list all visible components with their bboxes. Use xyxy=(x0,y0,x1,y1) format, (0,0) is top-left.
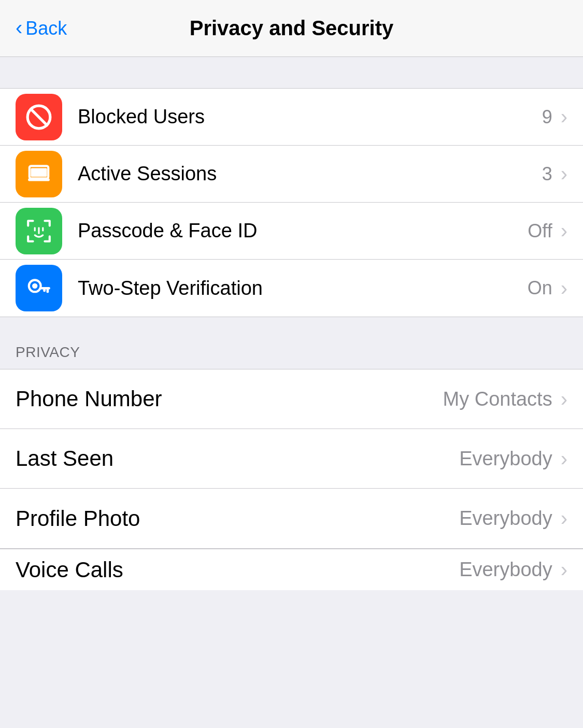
voice-calls-chevron: › xyxy=(561,558,567,581)
phone-number-value: My Contacts xyxy=(443,388,552,410)
last-seen-label: Last Seen xyxy=(16,446,459,471)
passcode-face-id-row[interactable]: Passcode & Face ID Off › xyxy=(0,203,583,260)
passcode-chevron: › xyxy=(561,219,567,242)
blocked-users-chevron: › xyxy=(561,105,567,129)
two-step-icon-container xyxy=(16,265,62,311)
profile-photo-row[interactable]: Profile Photo Everybody › xyxy=(0,489,583,548)
last-seen-value: Everybody xyxy=(459,448,552,470)
voice-calls-label: Voice Calls xyxy=(16,558,459,582)
profile-photo-chevron: › xyxy=(561,507,567,530)
blocked-users-icon-container xyxy=(16,94,62,140)
svg-rect-3 xyxy=(28,178,50,181)
back-button[interactable]: ‹ Back xyxy=(16,18,67,39)
active-sessions-row[interactable]: Active Sessions 3 › xyxy=(0,146,583,203)
phone-number-row[interactable]: Phone Number My Contacts › xyxy=(0,369,583,429)
active-sessions-chevron: › xyxy=(561,162,567,185)
two-step-verification-row[interactable]: Two-Step Verification On › xyxy=(0,260,583,317)
top-spacer xyxy=(0,57,583,88)
passcode-label: Passcode & Face ID xyxy=(78,220,528,242)
active-sessions-value: 3 xyxy=(542,163,552,185)
privacy-header-label: PRIVACY xyxy=(16,344,80,361)
navigation-bar: ‹ Back Privacy and Security xyxy=(0,0,583,57)
security-settings-group: Blocked Users 9 › Active Sessions 3 › xyxy=(0,88,583,317)
privacy-section-header: PRIVACY xyxy=(0,317,583,369)
blocked-users-value: 9 xyxy=(542,106,552,128)
profile-photo-label: Profile Photo xyxy=(16,506,459,531)
face-id-icon xyxy=(25,218,52,245)
chevron-left-icon: ‹ xyxy=(16,17,22,38)
svg-line-1 xyxy=(31,109,47,125)
laptop-icon xyxy=(25,161,52,188)
back-label: Back xyxy=(25,18,67,39)
voice-calls-value: Everybody xyxy=(459,559,552,581)
svg-rect-12 xyxy=(43,288,46,292)
svg-point-9 xyxy=(32,283,37,289)
two-step-label: Two-Step Verification xyxy=(78,277,528,299)
svg-rect-4 xyxy=(31,168,47,177)
passcode-value: Off xyxy=(528,220,552,242)
voice-calls-row[interactable]: Voice Calls Everybody › xyxy=(0,549,583,590)
last-seen-row[interactable]: Last Seen Everybody › xyxy=(0,429,583,489)
two-step-chevron: › xyxy=(561,277,567,300)
phone-number-label: Phone Number xyxy=(16,387,443,411)
profile-photo-value: Everybody xyxy=(459,507,552,530)
last-seen-chevron: › xyxy=(561,447,567,470)
blocked-users-label: Blocked Users xyxy=(78,106,542,128)
key-icon xyxy=(25,275,52,302)
two-step-value: On xyxy=(528,277,552,299)
page-title: Privacy and Security xyxy=(190,17,394,40)
active-sessions-label: Active Sessions xyxy=(78,163,542,185)
phone-number-chevron: › xyxy=(561,388,567,411)
block-icon xyxy=(25,104,52,131)
active-sessions-icon-container xyxy=(16,151,62,197)
passcode-icon-container xyxy=(16,208,62,254)
blocked-users-row[interactable]: Blocked Users 9 › xyxy=(0,89,583,146)
svg-rect-11 xyxy=(47,288,49,293)
privacy-settings-group: Phone Number My Contacts › Last Seen Eve… xyxy=(0,369,583,549)
